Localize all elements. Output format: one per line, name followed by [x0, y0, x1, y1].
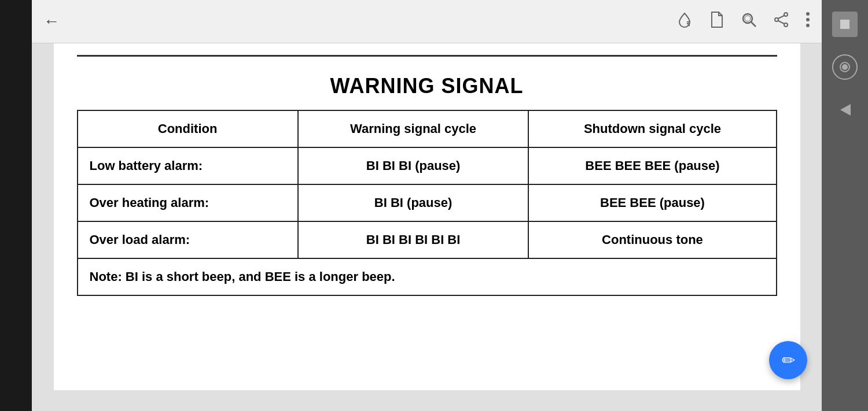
- row1-shutdown: BEE BEE BEE (pause): [528, 147, 776, 184]
- warning-signal-table: Condition Warning signal cycle Shutdown …: [77, 110, 777, 296]
- toolbar-left: ←: [43, 12, 676, 31]
- right-sidebar: [822, 0, 868, 411]
- toolbar-right: [676, 11, 810, 32]
- svg-line-4: [751, 22, 756, 27]
- more-vertical-icon[interactable]: [806, 12, 810, 31]
- header-warning: Warning signal cycle: [298, 110, 529, 147]
- svg-rect-14: [840, 20, 849, 29]
- left-bar: [0, 0, 32, 411]
- search-icon[interactable]: [741, 12, 757, 31]
- row2-warning: BI BI (pause): [298, 184, 529, 221]
- sidebar-square-button[interactable]: [832, 12, 858, 37]
- svg-marker-17: [840, 104, 851, 116]
- fab-edit-button[interactable]: ✏: [769, 341, 807, 379]
- svg-point-12: [806, 18, 810, 21]
- svg-point-16: [843, 65, 847, 69]
- table-row: Low battery alarm: BI BI BI (pause) BEE …: [78, 147, 777, 184]
- svg-point-8: [775, 18, 778, 21]
- table-row: Over heating alarm: BI BI (pause) BEE BE…: [78, 184, 777, 221]
- svg-line-10: [778, 21, 784, 24]
- share-icon[interactable]: [773, 12, 789, 31]
- table-row: Over load alarm: BI BI BI BI BI BI Conti…: [78, 221, 777, 258]
- row3-condition: Over load alarm:: [78, 221, 298, 258]
- row2-shutdown: BEE BEE (pause): [528, 184, 776, 221]
- document-area: WARNING SIGNAL Condition Warning signal …: [32, 43, 822, 411]
- row2-condition: Over heating alarm:: [78, 184, 298, 221]
- sidebar-back-button[interactable]: [832, 97, 858, 123]
- table-note: Note: BI is a short beep, and BEE is a l…: [78, 258, 777, 295]
- row3-shutdown: Continuous tone: [528, 221, 776, 258]
- theme-icon[interactable]: [676, 11, 693, 32]
- header-shutdown: Shutdown signal cycle: [528, 110, 776, 147]
- file-icon[interactable]: [709, 11, 724, 32]
- header-condition: Condition: [78, 110, 298, 147]
- toolbar: ←: [32, 0, 822, 43]
- table-note-row: Note: BI is a short beep, and BEE is a l…: [78, 258, 777, 295]
- sidebar-circle-button[interactable]: [832, 54, 858, 80]
- svg-line-9: [778, 16, 784, 18]
- row1-condition: Low battery alarm:: [78, 147, 298, 184]
- back-button[interactable]: ←: [43, 12, 60, 30]
- page-title: WARNING SIGNAL: [77, 74, 777, 98]
- svg-point-7: [784, 23, 788, 27]
- svg-point-11: [806, 12, 810, 16]
- svg-point-3: [743, 14, 752, 23]
- svg-point-6: [784, 13, 788, 16]
- row3-warning: BI BI BI BI BI BI: [298, 221, 529, 258]
- edit-icon: ✏: [782, 351, 795, 370]
- svg-point-5: [745, 16, 751, 21]
- row1-warning: BI BI BI (pause): [298, 147, 529, 184]
- page: WARNING SIGNAL Condition Warning signal …: [54, 43, 800, 390]
- page-top-border: [77, 55, 777, 57]
- main-content: ←: [32, 0, 822, 411]
- table-header-row: Condition Warning signal cycle Shutdown …: [78, 110, 777, 147]
- svg-point-13: [806, 24, 810, 27]
